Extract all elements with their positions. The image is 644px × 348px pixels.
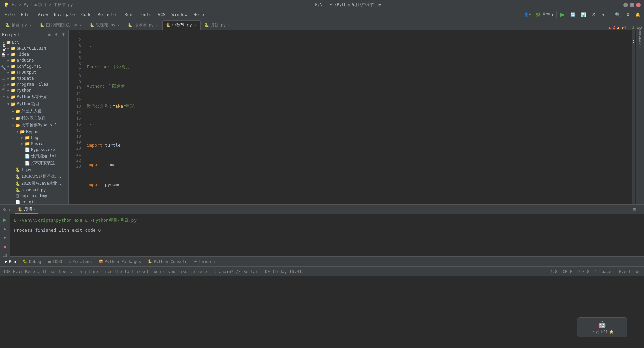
project-tab[interactable]: Project	[0, 45, 7, 51]
bottom-tab-python-packages[interactable]: 📦 Python Packages	[96, 258, 144, 265]
tab-close-tushuguan[interactable]: ✕	[79, 23, 82, 27]
tree-item-music[interactable]: ▶ 📁 Music	[0, 141, 68, 147]
tree-label-bypass-root: 火车抢票Bypass_1...	[21, 122, 64, 128]
menu-help[interactable]: Help	[191, 11, 207, 18]
code-container[interactable]: 1 2 3 4 5 6 7 8 9 10 11 12 13 14 15 16 1…	[69, 30, 636, 204]
favorites-tab[interactable]: Favorites	[0, 78, 7, 85]
tools-icon-left[interactable]: 🔧	[0, 64, 7, 71]
run-panel-close-button[interactable]: ─	[638, 207, 641, 212]
window-title: E:\ - E:\Python项目\中秋节.py	[315, 2, 381, 7]
right-arrow-icon[interactable]: »	[0, 93, 7, 100]
project-settings[interactable]: ⚙	[53, 31, 59, 38]
tab-close-yuebing[interactable]: ✕	[227, 23, 231, 27]
tree-item-logs[interactable]: ▶ 📁 Logs	[0, 135, 68, 141]
tab-close-zhongqiujie[interactable]: ✕	[194, 23, 197, 27]
toolbar-profile[interactable]: ⏱	[590, 11, 598, 19]
tree-item-bypass-folder[interactable]: ▼ 📂 Bypass	[0, 129, 68, 135]
run-stop-button[interactable]: ■	[1, 243, 9, 251]
tree-item-pythonlearn[interactable]: ▶ 📁 Python从零开始	[0, 93, 68, 100]
bottom-tab-problems[interactable]: ⚠ Problems	[66, 258, 94, 265]
search-button[interactable]: 🔍	[613, 11, 622, 19]
tab-close-choujiang[interactable]: ✕	[29, 23, 32, 27]
tab-close-meiguihua[interactable]: ✕	[117, 23, 120, 27]
run-button[interactable]: ▶	[558, 11, 567, 19]
tree-item-pythonproject[interactable]: ▼ 📂 Python项目	[0, 100, 68, 108]
project-panel-options[interactable]: ▼	[60, 31, 66, 38]
tab-tushuguan[interactable]: 🐍 图书管理系统.py ✕	[36, 20, 86, 30]
tree-item-biaobai-sw[interactable]: ▶ 📁 我的表白软件	[0, 115, 68, 122]
menu-code[interactable]: Code	[78, 11, 94, 18]
tree-item-biaobai[interactable]: ▶ 🐍 biaobai.py	[0, 187, 68, 193]
menu-navigate[interactable]: Navigate	[51, 11, 78, 18]
tree-item-shiyongxuzhi[interactable]: ▶ 📄 使用须知.txt	[0, 153, 68, 160]
menu-file[interactable]: File	[2, 11, 17, 18]
menu-vcs[interactable]: VCS	[155, 11, 168, 18]
tree-item-aliens[interactable]: ▶ 📁 外星人入侵	[0, 108, 68, 115]
toolbar-dropdown[interactable]: ▼	[599, 11, 607, 19]
tree-root[interactable]: ▼ 📁 E:\	[0, 39, 68, 45]
branch-name: 月饼	[542, 12, 550, 17]
tab-icon-choujiang: 🐍	[5, 23, 10, 27]
project-collapse-all[interactable]: ≡	[46, 31, 52, 38]
code-content[interactable]: ''' Function: 中秋赏月 Author: 向阳逐梦 微信公众号：ma…	[84, 30, 629, 204]
project-header-icons: ≡ ⚙ ▼	[46, 31, 66, 38]
notifications-button[interactable]: 🔔	[633, 11, 642, 19]
tree-item-13craps[interactable]: ▶ 🐍 13CRAPS赌博游戏...	[0, 173, 68, 180]
tree-item-arduino[interactable]: ▶ 📁 arduino	[0, 57, 68, 63]
run-tab-yuebing[interactable]: 🐍 月饼 ✕	[15, 205, 38, 214]
run-play-button[interactable]: ▶	[1, 216, 9, 223]
sidebar-plugins-icon[interactable]: Plugins	[637, 40, 643, 47]
bottom-tab-terminal[interactable]: ▬ Terminal	[192, 258, 220, 265]
run-arrow-down[interactable]: ▼	[1, 234, 9, 241]
run-panel: Run: 🐍 月饼 ✕ ⚙ ─ ▶ ▲ ▼ ■ ⏎ E:\venv\Script…	[0, 204, 644, 256]
menu-window[interactable]: Window	[169, 11, 190, 18]
tab-meiguihua[interactable]: 🐍 玫瑰花.py ✕	[86, 20, 124, 30]
tab-zhongqiujie[interactable]: 🐍 中秋节.py ✕	[162, 20, 201, 30]
bottom-tab-python-console[interactable]: 🐍 Python Console	[145, 258, 190, 265]
menu-tools[interactable]: Tools	[136, 11, 154, 18]
tree-icon-dabukai: 📄	[25, 161, 30, 166]
tree-item-bypass-root[interactable]: ▼ 📂 火车抢票Bypass_1...	[0, 122, 68, 129]
tab-bingdundun[interactable]: 🐍 冰墩墩.py ✕	[124, 20, 162, 30]
tree-arrow-biaobai-sw: ▶	[11, 117, 15, 120]
bottom-tab-todo-label: TODO	[52, 259, 62, 264]
run-settings-button[interactable]: ⚙	[632, 207, 637, 212]
toolbar-refresh[interactable]: 🔄	[568, 11, 577, 19]
close-button[interactable]: ✕	[636, 3, 641, 7]
tree-item-ffoutput[interactable]: ▶ 📁 FFOutput	[0, 69, 68, 75]
toolbar-coverage[interactable]: 📊	[579, 11, 588, 19]
menu-refactor[interactable]: Refactor	[95, 11, 121, 18]
tree-item-idea[interactable]: ▶ 📁 .idea	[0, 51, 68, 57]
tree-item-cc[interactable]: ▶ 📄 cc.gif	[0, 199, 68, 204]
tab-choujiang[interactable]: 🐍 抽奖.py ✕	[2, 20, 36, 30]
tree-item-programfiles[interactable]: ▶ 📁 Program Files	[0, 81, 68, 87]
tree-item-bypass-exe[interactable]: ▶ 📄 Bypass.exe	[0, 147, 68, 153]
run-arrow-up[interactable]: ▲	[1, 225, 9, 232]
menu-run[interactable]: Run	[122, 11, 135, 18]
bottom-tab-run[interactable]: ▶ Run	[3, 258, 19, 265]
tree-item-mapdata[interactable]: ▶ 📁 MapData	[0, 75, 68, 81]
maximize-button[interactable]: □	[630, 3, 634, 7]
bottom-tab-todo[interactable]: ☰ TODO	[45, 258, 65, 265]
tree-label-biaobai-sw: 我的表白软件	[21, 115, 46, 121]
title-bar: 💡 E: > Python项目 > 中秋节.py E:\ - E:\Python…	[0, 0, 644, 10]
settings-button[interactable]: ⚙	[624, 11, 632, 19]
minimize-button[interactable]: ─	[623, 3, 628, 7]
event-log[interactable]: Event Log	[619, 269, 641, 274]
bottom-tab-debug[interactable]: 🐛 Debug	[20, 258, 44, 265]
branch-selector[interactable]: 🌿 月饼 ▼	[533, 11, 557, 18]
menu-edit[interactable]: Edit	[18, 11, 34, 18]
tree-item-python[interactable]: ▶ 📁 Python	[0, 87, 68, 93]
tree-label-bypass-exe: Bypass.exe	[31, 147, 55, 152]
menu-view[interactable]: View	[35, 11, 51, 18]
tree-item-capture[interactable]: ▶ 🖼 capture.bmp	[0, 193, 68, 199]
tree-item-1py[interactable]: ▶ 🐍 1.py	[0, 167, 68, 173]
tab-close-bingdundun[interactable]: ✕	[155, 23, 159, 27]
tree-item-recycle[interactable]: ▶ 📁 $RECYCLE.BIN	[0, 45, 68, 51]
tree-item-dabukai[interactable]: ▶ 📄 打不开安装这...	[0, 160, 68, 167]
run-tab-close[interactable]: ✕	[34, 207, 36, 211]
tab-yuebing[interactable]: 🐍 月饼.py ✕	[201, 20, 235, 30]
tree-item-configmsi[interactable]: ▶ 📁 Config.Msi	[0, 63, 68, 69]
tree-label-ffoutput: FFOutput	[17, 70, 36, 75]
tree-item-2020java[interactable]: ▶ 🐍 2020黑马Java就业...	[0, 180, 68, 187]
